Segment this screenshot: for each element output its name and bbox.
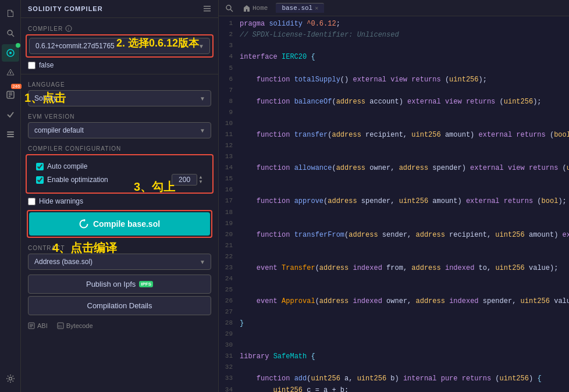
svg-text:i: i <box>68 27 70 31</box>
bytecode-button[interactable]: 01 Bytecode <box>57 322 93 329</box>
svg-point-24 <box>226 5 231 10</box>
evm-section: EVM VERSION compiler default ▼ <box>21 113 218 138</box>
plugin-icon[interactable] <box>2 126 19 143</box>
bottom-actions: ABI 01 Bytecode <box>21 318 218 334</box>
code-line: 29 <box>219 329 569 340</box>
language-label: LANGUAGE <box>28 81 211 88</box>
code-editor[interactable]: 1 pragma solidity ^0.6.12; 2 // SPDX-Lic… <box>219 16 569 392</box>
code-line: 28 } <box>219 318 569 329</box>
spinner-down[interactable]: ▼ <box>198 180 203 184</box>
code-line: 6 function totalSupply() external view r… <box>219 74 569 85</box>
contract-select[interactable]: Address (base.sol) <box>28 254 211 270</box>
code-line: 3 <box>219 41 569 52</box>
code-line: 13 <box>219 152 569 163</box>
code-line: 23 event Transfer(address indexed from, … <box>219 263 569 274</box>
publish-ipfs-button[interactable]: Publish on Ipfs IPFS <box>28 275 211 294</box>
panel-menu-icon[interactable] <box>203 5 211 13</box>
compilation-details-button[interactable]: Compilation Details <box>28 296 211 315</box>
search-icon[interactable] <box>2 24 19 42</box>
contract-label: CONTRACT <box>28 245 211 251</box>
svg-point-12 <box>9 377 12 380</box>
code-line: 7 <box>219 85 569 97</box>
code-line: 15 <box>219 174 569 185</box>
code-line: 34 uint256 c = a + b; <box>219 385 569 392</box>
optimization-runs-input[interactable] <box>172 174 197 186</box>
evm-label: EVM VERSION <box>28 113 211 120</box>
evm-select[interactable]: compiler default <box>28 122 211 138</box>
badge-icon[interactable]: 246 <box>2 86 19 104</box>
optimization-row[interactable]: Enable optimization ▲ ▼ <box>36 174 203 186</box>
optimization-label: Enable optimization <box>47 176 108 184</box>
code-line: 10 <box>219 119 569 130</box>
optimization-spinner: ▲ ▼ <box>198 175 203 184</box>
deploy-icon[interactable] <box>2 64 19 81</box>
hide-warnings-label: Hide warnings <box>39 197 83 205</box>
code-line: 18 <box>219 208 569 219</box>
config-label: COMPILER CONFIGURATION <box>28 145 211 152</box>
tab-home[interactable]: Home <box>237 3 273 13</box>
svg-point-3 <box>9 52 12 54</box>
compile-refresh-icon <box>79 219 88 229</box>
nightly-checkbox[interactable] <box>28 62 35 69</box>
svg-line-1 <box>12 34 14 37</box>
code-line: 4 interface IERC20 { <box>219 52 569 63</box>
tab-bar: Home base.sol ✕ <box>219 0 569 16</box>
contract-wrapper: Address (base.sol) ▼ <box>28 254 211 270</box>
compiler-info-icon: i <box>65 25 72 32</box>
abi-icon <box>28 322 35 329</box>
optimization-checkbox[interactable] <box>36 176 44 184</box>
compiler-section-label: COMPILER i <box>28 25 211 32</box>
panel-title: SOLIDITY COMPILER <box>28 5 103 12</box>
code-line: 17 function approve(address spender, uin… <box>219 196 569 207</box>
svg-rect-13 <box>204 6 211 7</box>
compiler-icon[interactable] <box>2 44 19 62</box>
hide-warnings-checkbox[interactable] <box>28 198 35 205</box>
compiler-section: COMPILER i 0.6.12+commit.27d51765 ▼ fals… <box>21 25 218 69</box>
code-line: 24 <box>219 274 569 285</box>
language-select[interactable]: Solidity <box>28 90 211 106</box>
tab-close-icon[interactable]: ✕ <box>315 5 318 12</box>
panel-header: SOLIDITY COMPILER <box>21 0 218 18</box>
ipfs-badge: IPFS <box>139 281 153 287</box>
code-line: 20 function transferFrom(address sender,… <box>219 230 569 241</box>
check-icon[interactable] <box>2 106 19 123</box>
code-line: 5 <box>219 63 569 74</box>
compiler-version-select[interactable]: 0.6.12+commit.27d51765 <box>29 38 210 54</box>
svg-point-0 <box>8 30 12 35</box>
files-icon[interactable] <box>2 5 19 22</box>
auto-compile-checkbox[interactable] <box>36 163 44 170</box>
language-wrapper: Solidity ▼ <box>28 90 211 106</box>
config-section: COMPILER CONFIGURATION Auto compile Enab… <box>21 145 218 205</box>
svg-rect-9 <box>7 131 14 133</box>
code-line: 22 <box>219 252 569 263</box>
settings-icon[interactable] <box>2 370 19 387</box>
svg-rect-10 <box>7 134 14 135</box>
code-line: 33 function add(uint256 a, uint256 b) in… <box>219 373 569 384</box>
version-highlight-box: 0.6.12+commit.27d51765 ▼ <box>26 34 214 58</box>
search-tab-icon[interactable] <box>223 2 235 14</box>
code-line: 11 function transfer(address recipient, … <box>219 130 569 141</box>
home-icon <box>243 5 250 12</box>
code-line: 26 event Approval(address indexed owner,… <box>219 296 569 307</box>
code-line: 30 <box>219 340 569 351</box>
compiler-version-wrapper: 0.6.12+commit.27d51765 ▼ <box>29 38 210 54</box>
config-highlight-box: Auto compile Enable optimization ▲ ▼ <box>26 154 214 194</box>
compiler-panel: SOLIDITY COMPILER COMPILER i 0.6.12+comm… <box>21 0 219 392</box>
abi-button[interactable]: ABI <box>28 322 48 329</box>
auto-compile-row[interactable]: Auto compile <box>36 162 203 170</box>
compile-button[interactable]: Compile base.sol <box>29 212 210 236</box>
code-line: 32 <box>219 362 569 373</box>
contract-section: CONTRACT Address (base.sol) ▼ Publish on… <box>21 245 218 334</box>
code-editor-area: Home base.sol ✕ 1 pragma solidity ^0.6.1… <box>219 0 569 392</box>
hide-warnings-row[interactable]: Hide warnings <box>28 197 211 205</box>
code-line: 27 <box>219 307 569 318</box>
svg-rect-11 <box>7 136 14 137</box>
code-line: 12 <box>219 141 569 152</box>
tab-base-sol[interactable]: base.sol ✕ <box>276 3 324 13</box>
nightly-builds-row[interactable]: false <box>28 61 211 69</box>
code-line: 31 library SafeMath { <box>219 351 569 362</box>
notification-badge: 246 <box>11 84 21 89</box>
code-line: 14 function allowance(address owner, add… <box>219 163 569 174</box>
code-line: 2 // SPDX-License-Identifier: Unlicensed <box>219 30 569 41</box>
compile-btn-wrapper: Compile base.sol <box>27 210 212 238</box>
